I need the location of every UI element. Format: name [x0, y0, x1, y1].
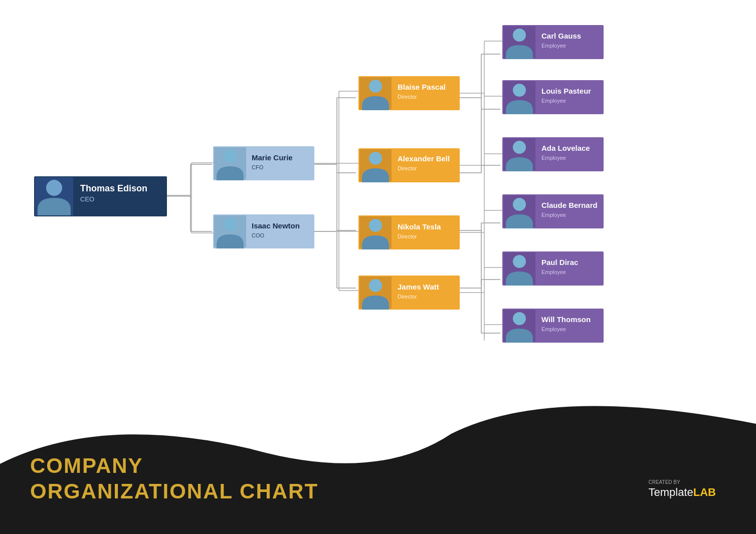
svg-point-99 [513, 198, 526, 211]
footer-title: COMPANY ORGANIZATIONAL CHART [30, 453, 318, 504]
svg-text:Nikola Tesla: Nikola Tesla [398, 222, 441, 231]
svg-point-104 [513, 255, 526, 268]
svg-point-84 [513, 29, 526, 42]
svg-text:Employee: Employee [541, 155, 566, 161]
director2-card: Alexander Bell Director [358, 148, 460, 182]
svg-text:COO: COO [252, 232, 265, 238]
org-chart: Thomas Edison CEO Marie Curie CFO Isaac … [0, 0, 756, 371]
employee2-card: Louis Pasteur Employee [502, 80, 604, 114]
svg-point-41 [224, 218, 237, 231]
director3-card: Nikola Tesla Director [358, 215, 460, 249]
svg-text:Louis Pasteur: Louis Pasteur [541, 87, 591, 95]
employee5-card: Paul Dirac Employee [502, 251, 604, 286]
coo-card: Isaac Newton COO [213, 214, 314, 248]
svg-text:James Watt: James Watt [398, 283, 439, 291]
svg-text:Will Thomson: Will Thomson [541, 315, 591, 324]
svg-point-27 [46, 180, 62, 196]
svg-text:Employee: Employee [541, 212, 566, 218]
svg-text:Marie Curie: Marie Curie [252, 153, 293, 162]
svg-point-89 [513, 84, 526, 97]
svg-text:Director: Director [398, 165, 417, 171]
svg-text:Carl Gauss: Carl Gauss [541, 32, 581, 40]
svg-text:Employee: Employee [541, 98, 566, 104]
created-by-text: CREATED BY [649, 479, 716, 485]
svg-text:Alexander Bell: Alexander Bell [398, 154, 450, 163]
director4-card: James Watt Director [358, 276, 460, 310]
employee1-card: Carl Gauss Employee [502, 25, 604, 59]
footer-title-line1: COMPANY [30, 453, 318, 478]
svg-text:CFO: CFO [252, 164, 264, 170]
svg-point-58 [369, 152, 382, 165]
logo-lab-text: LAB [693, 486, 716, 498]
director1-card: Blaise Pascal Director [358, 76, 460, 110]
svg-text:Director: Director [398, 94, 417, 100]
footer-title-line2: ORGANIZATIONAL CHART [30, 479, 318, 504]
svg-text:Blaise Pascal: Blaise Pascal [398, 83, 446, 91]
svg-point-53 [369, 80, 382, 93]
logo-template-text: Template [649, 486, 693, 498]
employee4-card: Claude Bernard Employee [502, 194, 604, 228]
svg-point-109 [513, 312, 526, 325]
svg-point-68 [369, 279, 382, 292]
svg-text:CEO: CEO [80, 195, 94, 203]
svg-text:Ada Lovelace: Ada Lovelace [541, 144, 590, 152]
svg-text:Employee: Employee [541, 43, 566, 49]
svg-text:Paul Dirac: Paul Dirac [541, 258, 578, 266]
templatelab-logo: CREATED BY TemplateLAB [649, 479, 716, 499]
svg-text:Director: Director [398, 294, 417, 300]
svg-text:Director: Director [398, 233, 417, 239]
employee6-card: Will Thomson Employee [502, 309, 604, 343]
svg-point-63 [369, 219, 382, 232]
svg-text:Thomas Edison: Thomas Edison [80, 183, 147, 193]
svg-text:Employee: Employee [541, 326, 566, 332]
cfo-card: Marie Curie CFO [213, 146, 314, 180]
employee3-card: Ada Lovelace Employee [502, 137, 604, 171]
svg-text:Isaac Newton: Isaac Newton [252, 221, 300, 230]
svg-point-94 [513, 141, 526, 154]
ceo-card: Thomas Edison CEO [34, 176, 167, 216]
svg-text:Employee: Employee [541, 269, 566, 275]
svg-point-36 [224, 150, 237, 163]
svg-text:Claude Bernard: Claude Bernard [541, 201, 598, 209]
